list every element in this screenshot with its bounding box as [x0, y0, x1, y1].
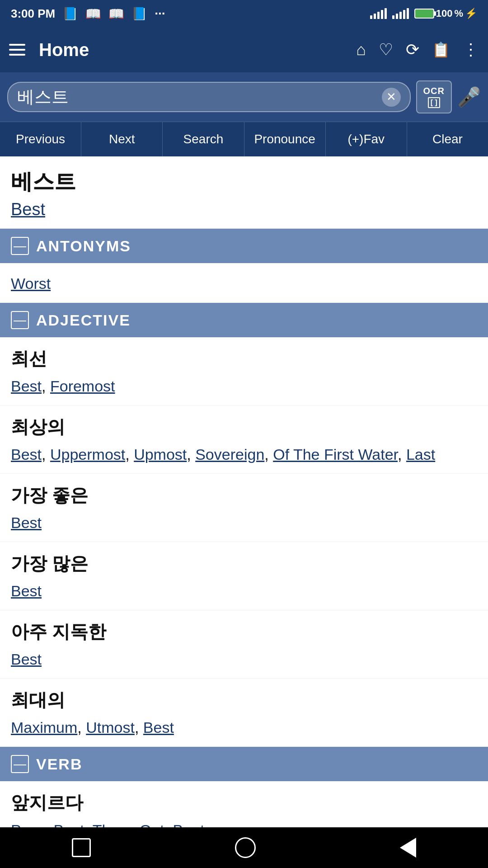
def-korean-5: 아주 지독한	[11, 619, 477, 644]
battery-indicator: 100% ⚡	[414, 8, 477, 19]
ocr-frame-icon: [ ]	[428, 97, 440, 108]
home-icon[interactable]: ⌂	[356, 40, 366, 59]
def-english-3: Best	[11, 511, 477, 534]
stop-icon	[72, 838, 91, 857]
def-english-5: Best	[11, 648, 477, 671]
status-right: 100% ⚡	[370, 8, 477, 19]
link-upmost[interactable]: Upmost	[134, 446, 187, 463]
search-input[interactable]	[17, 87, 382, 107]
adjective-entry-6: 최대의 Maximum, Utmost, Best	[0, 679, 488, 747]
adjective-entry-4: 가장 많은 Best	[0, 542, 488, 610]
ocr-button[interactable]: OCR [ ]	[416, 80, 452, 113]
link-foremost[interactable]: Foremost	[50, 377, 115, 395]
adjective-title: ADJECTIVE	[36, 311, 131, 329]
home-button[interactable]	[235, 837, 256, 858]
signal-bars	[370, 8, 387, 19]
link-of-the-first-water[interactable]: Of The First Water	[273, 446, 398, 463]
previous-button[interactable]: Previous	[0, 122, 81, 156]
action-bar: Previous Next Search Pronounce (+)Fav Cl…	[0, 122, 488, 156]
pronounce-button[interactable]: Pronounce	[244, 122, 326, 156]
adjective-entry-3: 가장 좋은 Best	[0, 474, 488, 542]
heart-icon[interactable]: ♡	[379, 40, 393, 59]
link-maximum[interactable]: Maximum	[11, 719, 77, 736]
antonyms-entry-worst: Worst	[0, 263, 488, 303]
main-entry-card: 베스트 Best	[0, 156, 488, 229]
dots-icon: ···	[155, 6, 165, 21]
verb-title: VERB	[36, 755, 82, 773]
link-last[interactable]: Last	[406, 446, 435, 463]
adjective-collapse-button[interactable]: —	[11, 311, 29, 329]
facebook2-icon: 📘	[131, 6, 147, 21]
main-content: 베스트 Best — ANTONYMS Worst — ADJECTIVE 최선…	[0, 156, 488, 868]
time-display: 3:00 PM	[11, 7, 55, 21]
main-english-word[interactable]: Best	[11, 200, 477, 219]
link-best-4[interactable]: Best	[11, 582, 42, 599]
battery-percent: 100	[436, 8, 453, 19]
status-left: 3:00 PM 📘 📖 📖 📘 ···	[11, 6, 165, 21]
link-best-2[interactable]: Best	[11, 446, 42, 463]
adjective-entry-1: 최선 Best, Foremost	[0, 337, 488, 406]
menu-button[interactable]	[9, 44, 25, 56]
antonyms-collapse-icon: —	[14, 240, 26, 252]
def-english-2: Best, Uppermost, Upmost, Sovereign, Of T…	[11, 443, 477, 466]
stop-button[interactable]	[72, 838, 91, 857]
link-best-3[interactable]: Best	[11, 514, 42, 531]
charging-icon: ⚡	[465, 8, 477, 19]
battery-icon	[414, 9, 434, 19]
antonyms-collapse-button[interactable]: —	[11, 237, 29, 255]
search-input-wrapper: ✕	[7, 82, 411, 112]
clear-button[interactable]: Clear	[407, 122, 488, 156]
def-english-4: Best	[11, 580, 477, 603]
def-korean-4: 가장 많은	[11, 551, 477, 576]
link-best-6[interactable]: Best	[143, 719, 174, 736]
link-utmost[interactable]: Utmost	[86, 719, 135, 736]
more-options-icon[interactable]: ⋮	[463, 40, 479, 59]
bottom-nav	[0, 827, 488, 868]
adjective-collapse-icon: —	[14, 314, 26, 326]
microphone-button[interactable]: 🎤	[457, 86, 481, 108]
verb-collapse-button[interactable]: —	[11, 755, 29, 773]
antonym-worst[interactable]: Worst	[11, 272, 477, 295]
fav-button[interactable]: (+)Fav	[326, 122, 407, 156]
adjective-entry-5: 아주 지독한 Best	[0, 610, 488, 679]
def-korean-1: 최선	[11, 346, 477, 371]
signal-bars-2	[392, 8, 409, 19]
back-icon	[400, 838, 416, 858]
antonyms-section-header: — ANTONYMS	[0, 229, 488, 263]
home-circle-icon	[235, 837, 256, 858]
facebook-icon: 📘	[62, 6, 78, 21]
app-title: Home	[39, 40, 356, 60]
def-korean-3: 가장 좋은	[11, 483, 477, 508]
verb-collapse-icon: —	[14, 758, 26, 770]
def-english-6: Maximum, Utmost, Best	[11, 716, 477, 739]
link-best-5[interactable]: Best	[11, 651, 42, 668]
search-button[interactable]: Search	[163, 122, 244, 156]
next-button[interactable]: Next	[81, 122, 163, 156]
adjective-section-header: — ADJECTIVE	[0, 303, 488, 337]
link-sovereign[interactable]: Sovereign	[195, 446, 264, 463]
book2-icon: 📖	[108, 6, 124, 21]
status-bar: 3:00 PM 📘 📖 📖 📘 ··· 100% ⚡	[0, 0, 488, 27]
verb-section-header: — VERB	[0, 747, 488, 781]
link-best-1[interactable]: Best	[11, 377, 42, 395]
clipboard-icon[interactable]: 📋	[432, 41, 450, 58]
nav-icons: ⌂ ♡ ⟳ 📋 ⋮	[356, 40, 479, 59]
adjective-entry-2: 최상의 Best, Uppermost, Upmost, Sovereign, …	[0, 406, 488, 474]
def-korean-verb-1: 앞지르다	[11, 790, 477, 815]
def-korean-2: 최상의	[11, 415, 477, 439]
def-korean-6: 최대의	[11, 688, 477, 712]
def-english-1: Best, Foremost	[11, 375, 477, 398]
search-bar: ✕ OCR [ ] 🎤	[0, 72, 488, 122]
ocr-label: OCR	[423, 86, 445, 96]
back-button[interactable]	[400, 838, 416, 858]
book-icon: 📖	[85, 6, 101, 21]
history-icon[interactable]: ⟳	[406, 40, 419, 59]
link-uppermost[interactable]: Uppermost	[50, 446, 125, 463]
main-korean-word: 베스트	[11, 167, 477, 196]
clear-input-button[interactable]: ✕	[382, 88, 401, 107]
top-nav: Home ⌂ ♡ ⟳ 📋 ⋮	[0, 27, 488, 72]
antonyms-title: ANTONYMS	[36, 237, 131, 255]
